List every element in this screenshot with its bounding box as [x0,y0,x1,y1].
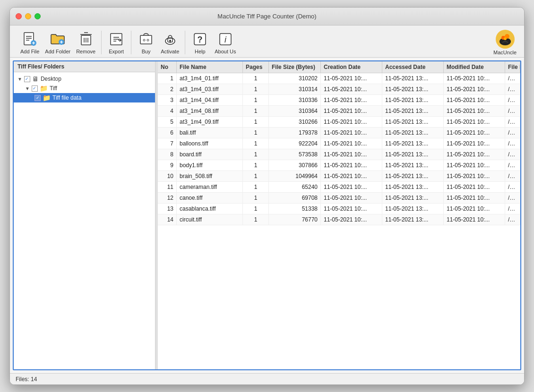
buy-button[interactable]: Buy [134,29,158,55]
cell-path: /Users/ima... [505,171,520,181]
add-folder-icon [49,30,67,48]
buy-icon [137,30,155,48]
table-row[interactable]: 9 body1.tiff 1 307866 11-05-2021 10:... … [158,160,520,171]
cell-creation: 11-05-2021 10:... [321,106,382,116]
close-button[interactable] [16,13,22,19]
cell-accessed: 11-05-2021 13:... [382,95,444,105]
cell-name: at3_1m4_03.tiff [177,84,243,94]
remove-button[interactable]: Remove [73,29,98,55]
cell-accessed: 11-05-2021 13:... [382,171,444,181]
sidebar-item-tiff-label: Tiff [50,85,57,92]
export-button[interactable]: Export [104,29,128,55]
cell-no: 8 [158,149,177,160]
cell-size: 307866 [269,160,321,170]
cell-no: 4 [158,106,177,116]
cell-creation: 11-05-2021 10:... [321,171,382,181]
cell-name: balloons.tiff [177,138,243,149]
remove-icon [77,30,95,48]
cell-pages: 1 [243,128,269,138]
cell-size: 1049964 [269,171,321,181]
table-row[interactable]: 6 bali.tiff 1 179378 11-05-2021 10:... 1… [158,128,520,138]
cell-name: at3_1m4_08.tiff [177,106,243,116]
table-row[interactable]: 14 circuit.tiff 1 76770 11-05-2021 10:..… [158,214,520,225]
table-row[interactable]: 10 brain_508.tiff 1 1049964 11-05-2021 1… [158,171,520,182]
buy-label: Buy [142,49,151,54]
cell-no: 2 [158,84,177,94]
cell-no: 12 [158,193,177,203]
cell-accessed: 11-05-2021 13:... [382,214,444,225]
separator-2 [131,31,131,54]
table-row[interactable]: 13 casablanca.tiff 1 51338 11-05-2021 10… [158,204,520,214]
cell-creation: 11-05-2021 10:... [321,149,382,160]
table-header: No File Name Pages File Size (Bytes) Cre… [158,61,520,73]
desktop-folder-icon: 🖥 [32,75,39,83]
cell-no: 3 [158,95,177,105]
cell-pages: 1 [243,117,269,127]
about-button[interactable]: i About Us [212,29,239,55]
cell-size: 310364 [269,106,321,116]
cell-pages: 1 [243,106,269,116]
cell-no: 13 [158,204,177,214]
cell-modified: 11-05-2021 10:... [444,149,505,160]
svg-point-35 [504,37,507,40]
table-row[interactable]: 1 at3_1m4_01.tiff 1 310202 11-05-2021 10… [158,73,520,84]
help-button[interactable]: ? Help [188,29,212,55]
sidebar: Tiff Files/ Folders ▼ ✓ 🖥 Desktop ▼ ✓ 📁 … [14,61,155,369]
cell-pages: 1 [243,95,269,105]
cell-path: /Users/ima... [505,73,520,84]
status-bar: Files: 14 [10,373,524,384]
table-row[interactable]: 2 at3_1m4_03.tiff 1 310314 11-05-2021 10… [158,84,520,95]
table-row[interactable]: 5 at3_1m4_09.tiff 1 310266 11-05-2021 10… [158,117,520,128]
separator-1 [101,31,102,54]
minimize-button[interactable] [25,13,31,19]
maximize-button[interactable] [34,13,41,19]
cell-pages: 1 [243,171,269,181]
cell-modified: 11-05-2021 10:... [444,128,505,138]
cell-name: circuit.tiff [177,214,243,225]
sidebar-item-desktop[interactable]: ▼ ✓ 🖥 Desktop [14,74,155,84]
cell-pages: 1 [243,149,269,160]
macuncle-label: MacUncle [493,50,517,55]
table-row[interactable]: 8 board.tiff 1 573538 11-05-2021 10:... … [158,149,520,160]
table-row[interactable]: 11 cameraman.tiff 1 65240 11-05-2021 10:… [158,182,520,193]
cell-modified: 11-05-2021 10:... [444,214,505,225]
activate-button[interactable]: Activate [158,29,182,55]
cell-pages: 1 [243,73,269,84]
cell-name: body1.tiff [177,160,243,170]
cell-name: brain_508.tiff [177,171,243,181]
remove-label: Remove [76,49,95,54]
separator-3 [185,31,185,54]
sidebar-tree: ▼ ✓ 🖥 Desktop ▼ ✓ 📁 Tiff ✓ 📁 Tiff file d… [14,72,155,369]
export-label: Export [109,49,124,54]
checkbox-tiff[interactable]: ✓ [32,85,38,92]
cell-creation: 11-05-2021 10:... [321,204,382,214]
col-header-path: File Path [505,61,520,73]
macuncle-logo-icon [495,29,515,49]
add-file-label: Add File [20,49,39,54]
cell-path: /Users/ima... [505,106,520,116]
checkbox-desktop[interactable]: ✓ [24,76,30,82]
cell-accessed: 11-05-2021 13:... [382,128,444,138]
checkbox-tiff-file-data[interactable]: ✓ [34,95,41,101]
traffic-lights [16,13,41,19]
sidebar-item-tiff[interactable]: ▼ ✓ 📁 Tiff [14,84,155,93]
cell-creation: 11-05-2021 10:... [321,182,382,192]
table-row[interactable]: 4 at3_1m4_08.tiff 1 310364 11-05-2021 10… [158,106,520,117]
cell-path: /Users/ima... [505,84,520,94]
table-row[interactable]: 3 at3_1m4_04.tiff 1 310336 11-05-2021 10… [158,95,520,106]
cell-pages: 1 [243,138,269,149]
cell-pages: 1 [243,193,269,203]
cell-accessed: 11-05-2021 13:... [382,182,444,192]
add-folder-button[interactable]: Add Folder [42,29,73,55]
cell-accessed: 11-05-2021 13:... [382,149,444,160]
add-file-button[interactable]: Add File [17,29,42,55]
table-row[interactable]: 12 canoe.tiff 1 69708 11-05-2021 10:... … [158,193,520,204]
cell-no: 5 [158,117,177,127]
macuncle-logo: MacUncle [493,29,517,55]
sidebar-item-tiff-file-data[interactable]: ✓ 📁 Tiff file data [14,93,155,102]
cell-pages: 1 [243,160,269,170]
col-header-creation: Creation Date [321,61,382,73]
cell-creation: 11-05-2021 10:... [321,160,382,170]
tiff-file-data-folder-icon: 📁 [43,94,51,102]
table-row[interactable]: 7 balloons.tiff 1 922204 11-05-2021 10:.… [158,138,520,149]
